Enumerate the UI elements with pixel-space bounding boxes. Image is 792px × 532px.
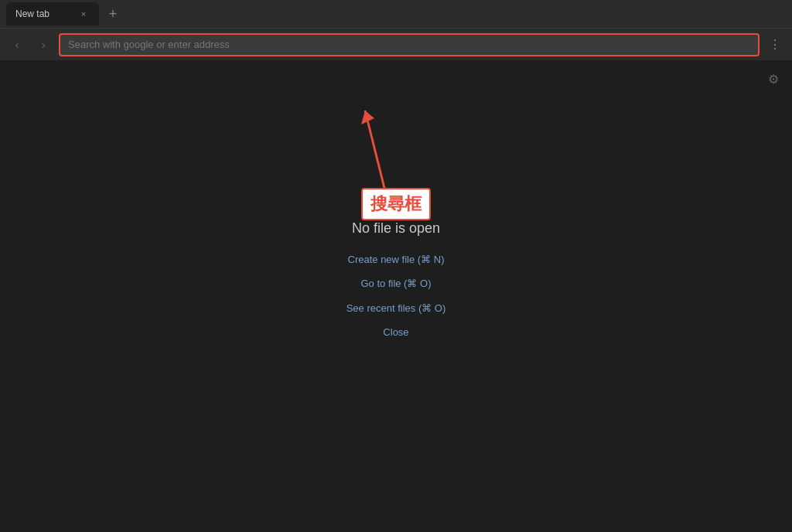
settings-button[interactable]: ⚙: [763, 68, 784, 90]
go-to-file-link[interactable]: Go to file (⌘ O): [360, 275, 431, 292]
no-file-title: No file is open: [352, 220, 440, 237]
browser-chrome: New tab × + ‹ › ⋮: [0, 0, 792, 60]
close-link[interactable]: Close: [383, 323, 408, 341]
tab-close-button[interactable]: ×: [77, 8, 90, 20]
main-content: ⚙ 搜尋框 No file is open Create new file (⌘…: [0, 60, 792, 532]
toolbar-menu-button[interactable]: ⋮: [764, 34, 786, 56]
menu-dots-icon: ⋮: [769, 37, 781, 52]
annotation-arrow: [357, 95, 419, 219]
annotation-text: 搜尋框: [370, 194, 422, 213]
new-tab-button[interactable]: +: [102, 3, 124, 25]
active-tab[interactable]: New tab ×: [6, 2, 99, 26]
tab-label: New tab: [15, 9, 50, 19]
back-icon: ‹: [15, 39, 19, 51]
tab-bar: New tab × +: [0, 0, 792, 28]
toolbar: ‹ › ⋮: [0, 28, 792, 60]
back-button[interactable]: ‹: [6, 34, 28, 56]
svg-marker-1: [361, 111, 374, 124]
see-recent-files-link[interactable]: See recent files (⌘ O): [346, 299, 446, 317]
annotation-box: 搜尋框: [361, 188, 431, 220]
create-new-file-link[interactable]: Create new file (⌘ N): [348, 251, 445, 268]
forward-button[interactable]: ›: [32, 34, 54, 56]
svg-line-0: [365, 111, 388, 203]
gear-icon: ⚙: [768, 72, 779, 87]
center-panel: No file is open Create new file (⌘ N) Go…: [346, 220, 446, 342]
address-bar-input[interactable]: [59, 33, 760, 56]
annotation-container: 搜尋框: [361, 188, 431, 220]
forward-icon: ›: [42, 39, 46, 51]
